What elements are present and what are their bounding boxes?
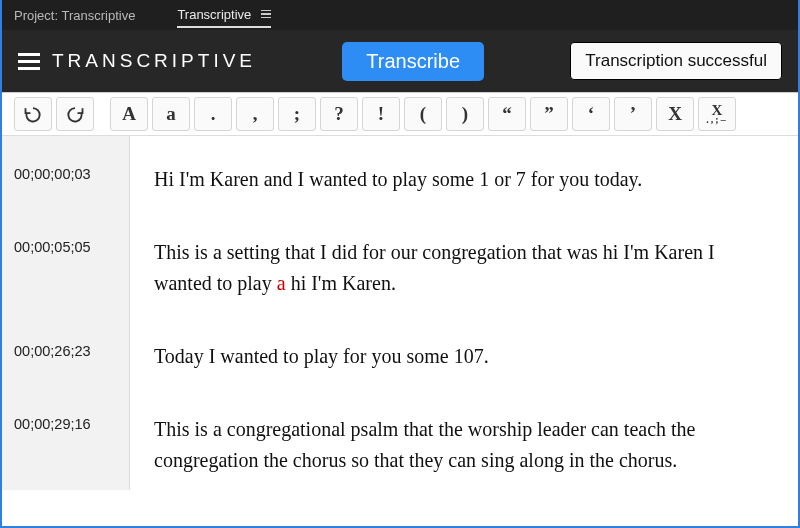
timecode[interactable]: 00;00;05;05 — [2, 209, 130, 313]
top-bar: Project: Transcriptive Transcriptive — [2, 0, 798, 30]
transcript-area: 00;00;00;03Hi I'm Karen and I wanted to … — [2, 136, 798, 526]
project-label: Project: Transcriptive — [14, 8, 135, 23]
close-paren-button[interactable]: ) — [446, 97, 484, 131]
open-dquote-button[interactable]: “ — [488, 97, 526, 131]
header: TRANSCRIPTIVE Transcribe Transcription s… — [2, 30, 798, 92]
undo-icon — [23, 104, 43, 124]
close-squote-button[interactable]: ’ — [614, 97, 652, 131]
low-confidence-word[interactable]: a — [277, 272, 286, 294]
open-squote-button[interactable]: ‘ — [572, 97, 610, 131]
toolbar: A a . , ; ? ! ( ) “ ” ‘ ’ X X .,;– — [2, 92, 798, 136]
transcript-row: 00;00;26;23Today I wanted to play for yo… — [2, 313, 798, 386]
exclaim-button[interactable]: ! — [362, 97, 400, 131]
clear-button[interactable]: X — [656, 97, 694, 131]
redo-icon — [65, 104, 85, 124]
transcript-row: 00;00;29;16This is a congregational psal… — [2, 386, 798, 490]
transcription-status: Transcription successful — [570, 42, 782, 80]
transcript-row: 00;00;00;03Hi I'm Karen and I wanted to … — [2, 136, 798, 209]
transcript-text[interactable]: Hi I'm Karen and I wanted to play some 1… — [130, 136, 798, 209]
semicolon-button[interactable]: ; — [278, 97, 316, 131]
timecode[interactable]: 00;00;26;23 — [2, 313, 130, 386]
clear-punct-sub: .,;– — [706, 116, 727, 123]
uppercase-button[interactable]: A — [110, 97, 148, 131]
open-paren-button[interactable]: ( — [404, 97, 442, 131]
transcript-text[interactable]: This is a congregational psalm that the … — [130, 386, 798, 490]
timecode[interactable]: 00;00;00;03 — [2, 136, 130, 209]
close-dquote-button[interactable]: ” — [530, 97, 568, 131]
transcript-text[interactable]: Today I wanted to play for you some 107. — [130, 313, 798, 386]
comma-button[interactable]: , — [236, 97, 274, 131]
transcript-text[interactable]: This is a setting that I did for our con… — [130, 209, 798, 313]
redo-button[interactable] — [56, 97, 94, 131]
menu-icon[interactable] — [18, 53, 40, 70]
tab-transcriptive[interactable]: Transcriptive — [177, 7, 271, 28]
tab-menu-icon[interactable] — [261, 10, 271, 18]
undo-button[interactable] — [14, 97, 52, 131]
question-button[interactable]: ? — [320, 97, 358, 131]
brand-title: TRANSCRIPTIVE — [52, 50, 256, 72]
transcript-row: 00;00;05;05This is a setting that I did … — [2, 209, 798, 313]
period-button[interactable]: . — [194, 97, 232, 131]
transcribe-button[interactable]: Transcribe — [342, 42, 484, 81]
tab-label: Transcriptive — [177, 7, 251, 22]
lowercase-button[interactable]: a — [152, 97, 190, 131]
clear-punct-button[interactable]: X .,;– — [698, 97, 736, 131]
timecode[interactable]: 00;00;29;16 — [2, 386, 130, 490]
